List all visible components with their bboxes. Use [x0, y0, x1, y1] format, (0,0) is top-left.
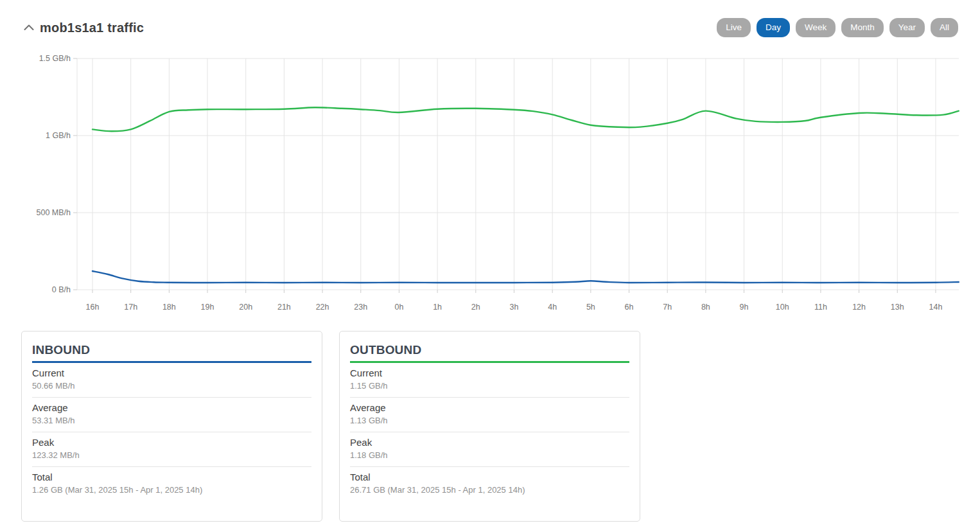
stat-value: 1.13 GB/h	[350, 416, 629, 426]
range-button-live[interactable]: Live	[717, 18, 751, 37]
range-button-week[interactable]: Week	[796, 18, 836, 37]
stat-row-current: Current 50.66 MB/h	[32, 363, 311, 398]
stat-value: 1.15 GB/h	[350, 381, 629, 391]
x-axis-label: 22h	[307, 302, 338, 312]
stat-label: Average	[350, 402, 629, 414]
chevron-up-icon	[24, 24, 34, 31]
x-axis-label: 5h	[575, 302, 606, 312]
x-axis-label: 3h	[498, 302, 529, 312]
inbound-card-title: INBOUND	[32, 342, 311, 357]
x-axis-label: 4h	[537, 302, 568, 312]
inbound-card: INBOUND Current 50.66 MB/h Average 53.31…	[21, 331, 322, 522]
chart-gridlines	[77, 58, 959, 290]
stat-row-peak: Peak 1.18 GB/h	[350, 432, 629, 467]
range-button-month[interactable]: Month	[841, 18, 884, 37]
x-axis-label: 20h	[231, 302, 261, 312]
traffic-chart-svg	[69, 56, 963, 296]
summary-cards: INBOUND Current 50.66 MB/h Average 53.31…	[21, 331, 640, 522]
x-axis-label: 19h	[192, 302, 223, 312]
stat-label: Peak	[350, 437, 629, 448]
y-axis-label: 500 MB/h	[0, 208, 71, 218]
stat-row-total: Total 1.26 GB (Mar 31, 2025 15h - Apr 1,…	[32, 467, 311, 501]
time-range-selector: Live Day Week Month Year All	[717, 18, 958, 37]
x-axis-label: 8h	[690, 302, 721, 312]
stat-value: 50.66 MB/h	[32, 381, 311, 391]
x-axis-label: 16h	[77, 302, 108, 312]
x-axis-label: 21h	[268, 302, 299, 312]
x-axis-label: 7h	[652, 302, 683, 312]
x-axis-label: 14h	[920, 302, 951, 312]
stat-row-average: Average 53.31 MB/h	[32, 398, 311, 432]
stat-label: Total	[350, 472, 629, 483]
traffic-chart: 1.5 GB/h1 GB/h500 MB/h0 B/h 16h17h18h19h…	[0, 54, 980, 311]
range-button-day[interactable]: Day	[757, 18, 790, 37]
x-axis-label: 0h	[383, 302, 414, 312]
range-button-year[interactable]: Year	[889, 18, 925, 37]
stat-value: 26.71 GB (Mar 31, 2025 15h - Apr 1, 2025…	[350, 485, 629, 495]
collapse-chevron-icon[interactable]	[23, 23, 35, 31]
stat-value: 1.26 GB (Mar 31, 2025 15h - Apr 1, 2025 …	[32, 485, 311, 495]
stat-row-peak: Peak 123.32 MB/h	[32, 432, 311, 467]
stat-row-current: Current 1.15 GB/h	[350, 363, 629, 398]
series-inbound-line	[92, 271, 959, 283]
stat-row-average: Average 1.13 GB/h	[350, 398, 629, 432]
x-axis-label: 12h	[844, 302, 875, 312]
x-axis-label: 11h	[805, 302, 836, 312]
x-axis-label: 23h	[346, 302, 376, 312]
x-axis-label: 10h	[767, 302, 798, 312]
stat-label: Current	[350, 367, 629, 379]
stat-label: Peak	[32, 437, 311, 448]
stat-value: 53.31 MB/h	[32, 416, 311, 426]
y-axis-label: 1 GB/h	[0, 130, 71, 141]
page-title: mob1s1a1 traffic	[40, 21, 144, 35]
range-button-all[interactable]: All	[931, 18, 958, 37]
outbound-card-title: OUTBOUND	[350, 342, 629, 357]
x-axis-label: 6h	[614, 302, 645, 312]
y-axis-label: 0 B/h	[0, 285, 71, 295]
y-axis-label: 1.5 GB/h	[0, 53, 71, 64]
x-axis-label: 17h	[116, 302, 146, 312]
series-outbound-line	[92, 107, 959, 131]
stat-label: Average	[32, 402, 311, 414]
stat-value: 123.32 MB/h	[32, 450, 311, 461]
stat-label: Total	[32, 472, 311, 483]
x-axis-label: 1h	[422, 302, 453, 312]
panel-header: mob1s1a1 traffic Live Day Week Month Yea…	[23, 18, 958, 37]
x-axis-label: 18h	[153, 302, 184, 312]
x-axis-label: 2h	[460, 302, 491, 312]
x-axis-label: 9h	[729, 302, 760, 312]
stat-value: 1.18 GB/h	[350, 450, 629, 461]
outbound-card: OUTBOUND Current 1.15 GB/h Average 1.13 …	[339, 331, 640, 522]
x-axis-label: 13h	[882, 302, 913, 312]
chart-axis-ticks	[73, 58, 936, 293]
stat-row-total: Total 26.71 GB (Mar 31, 2025 15h - Apr 1…	[350, 467, 629, 501]
stat-label: Current	[32, 367, 311, 379]
